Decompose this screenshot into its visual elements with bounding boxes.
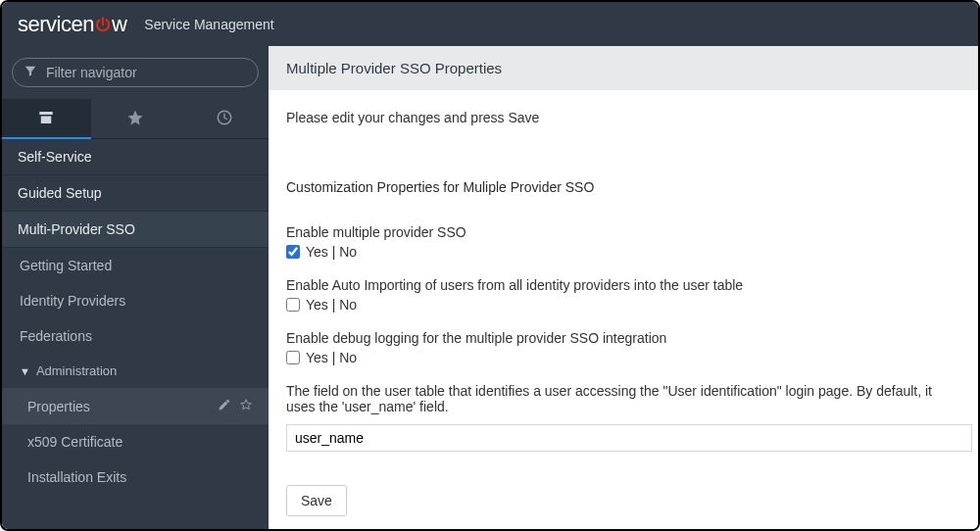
caret-down-icon: ▼: [20, 365, 30, 377]
nav-label: Multi-Provider SSO: [18, 221, 135, 237]
clock-icon: [216, 109, 233, 129]
nav-label: Identity Providers: [20, 293, 125, 309]
logo-text-w: w: [112, 12, 126, 36]
nav-item-guided-setup[interactable]: Guided Setup: [2, 175, 269, 212]
main-content: Multiple Provider SSO Properties Please …: [269, 46, 978, 529]
header-subtitle: Service Management: [144, 17, 273, 32]
app-header: servicenw Service Management: [2, 2, 978, 46]
brand-logo: servicenw: [18, 12, 126, 37]
nav-label: Federations: [20, 328, 92, 344]
property-label: The field on the user table that identif…: [286, 383, 960, 414]
checkbox-debug-logging[interactable]: [286, 351, 300, 364]
yesno-text: Yes | No: [306, 244, 357, 260]
nav-item-federations[interactable]: Federations: [2, 318, 269, 354]
nav-item-multi-provider-sso[interactable]: Multi-Provider SSO: [2, 212, 269, 248]
nav-item-self-service[interactable]: Self-Service: [2, 139, 269, 175]
filter-navigator[interactable]: [12, 58, 259, 87]
nav-item-properties[interactable]: Properties: [2, 388, 269, 424]
nav-item-getting-started[interactable]: Getting Started: [2, 248, 269, 283]
property-enable-multiple-sso: Enable multiple provider SSO Yes | No: [286, 224, 960, 260]
nav-label: Properties: [27, 399, 90, 414]
save-button[interactable]: Save: [286, 485, 347, 516]
nav-item-x509-certificate[interactable]: x509 Certificate: [2, 424, 269, 459]
checkbox-auto-import-users[interactable]: [286, 298, 300, 312]
funnel-icon: [24, 65, 37, 81]
nav-label: Getting Started: [20, 258, 112, 273]
nav-item-installation-exits[interactable]: Installation Exits: [2, 459, 269, 495]
nav-item-identity-providers[interactable]: Identity Providers: [2, 283, 269, 318]
property-auto-import-users: Enable Auto Importing of users from all …: [286, 277, 960, 313]
nav-label: x509 Certificate: [27, 434, 122, 450]
section-title: Customization Properties for Muliple Pro…: [286, 179, 960, 195]
tab-all-applications[interactable]: [2, 99, 91, 138]
page-title: Multiple Provider SSO Properties: [269, 46, 978, 90]
user-field-input[interactable]: [286, 424, 972, 452]
archive-box-icon: [37, 109, 55, 129]
nav-label: Self-Service: [18, 149, 91, 165]
nav-label: Guided Setup: [18, 185, 102, 201]
logo-text-service: service: [18, 12, 82, 36]
tab-favorites[interactable]: [91, 99, 180, 138]
nav-label: Installation Exits: [27, 469, 126, 485]
property-label: Enable Auto Importing of users from all …: [286, 277, 960, 293]
property-label: Enable multiple provider SSO: [286, 224, 960, 240]
logo-text-n: n: [82, 12, 94, 36]
property-debug-logging: Enable debug logging for the multiple pr…: [286, 330, 960, 365]
instruction-text: Please edit your changes and press Save: [286, 110, 960, 125]
pencil-icon[interactable]: [218, 398, 231, 414]
star-outline-icon[interactable]: [239, 398, 253, 414]
filter-input[interactable]: [12, 58, 259, 87]
navigator-tabs: [2, 99, 269, 139]
power-icon: [94, 12, 112, 37]
property-label: Enable debug logging for the multiple pr…: [286, 330, 960, 346]
navigator-sidebar: Self-Service Guided Setup Multi-Provider…: [2, 46, 269, 529]
nav-label: ▼Administration: [20, 363, 117, 378]
tab-history[interactable]: [179, 99, 269, 138]
yesno-text: Yes | No: [306, 350, 357, 365]
property-user-field: The field on the user table that identif…: [286, 383, 960, 452]
star-icon: [126, 109, 144, 129]
yesno-text: Yes | No: [306, 297, 357, 313]
checkbox-enable-multiple-sso[interactable]: [286, 245, 300, 259]
nav-item-administration[interactable]: ▼Administration: [2, 354, 269, 388]
